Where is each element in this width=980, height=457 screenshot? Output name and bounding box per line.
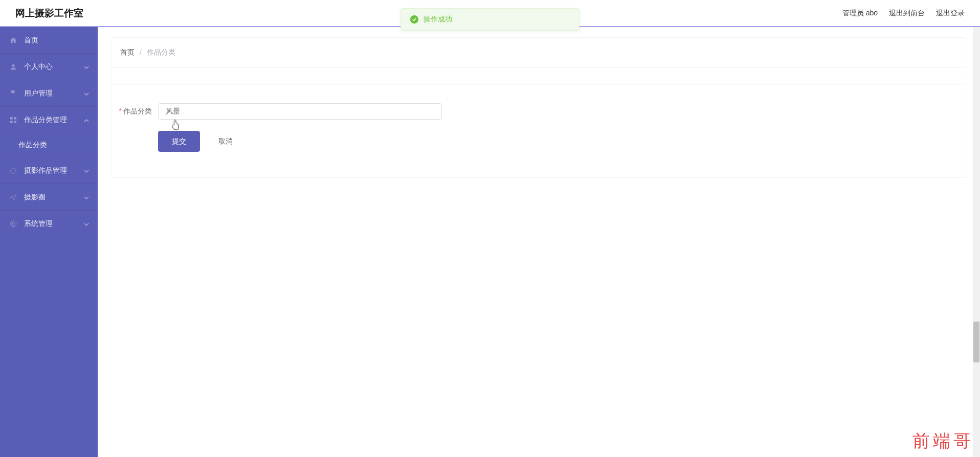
category-label: *作品分类	[118, 107, 158, 116]
chevron-down-icon	[83, 90, 90, 97]
main-content: 首页 / 作品分类 *作品分类 提交 取消	[98, 27, 980, 457]
category-label-text: 作品分类	[123, 107, 152, 115]
sidebar-item-categories[interactable]: 作品分类管理	[0, 107, 98, 133]
grid-icon	[9, 116, 17, 124]
svg-point-0	[12, 64, 14, 66]
chevron-down-icon	[83, 194, 90, 200]
sidebar-item-users[interactable]: 用户管理	[0, 80, 98, 107]
chevron-down-icon	[83, 168, 90, 174]
logout-link[interactable]: 退出登录	[936, 9, 965, 18]
cursor-pointer-icon	[171, 120, 180, 131]
svg-rect-4	[14, 121, 16, 123]
breadcrumb-separator: /	[140, 48, 142, 56]
category-input[interactable]	[158, 103, 442, 120]
check-circle-icon	[410, 15, 418, 24]
sidebar-item-label: 作品分类管理	[24, 116, 67, 125]
logout-front-link[interactable]: 退出到前台	[889, 9, 925, 18]
home-icon	[9, 36, 17, 44]
sidebar: 首页 个人中心 用户管理 作品分类管理	[0, 27, 98, 457]
toast-message: 操作成功	[424, 15, 452, 24]
sidebar-item-works[interactable]: 摄影作品管理	[0, 157, 98, 184]
content-card: 首页 / 作品分类 *作品分类 提交 取消	[112, 37, 966, 178]
form-area: *作品分类 提交 取消	[112, 84, 966, 177]
success-toast: 操作成功	[400, 8, 580, 31]
svg-point-5	[11, 168, 16, 173]
watermark: 前端哥	[912, 429, 974, 453]
sidebar-item-label: 摄影圈	[24, 193, 46, 202]
admin-link[interactable]: 管理员 abo	[842, 9, 878, 18]
breadcrumb-home[interactable]: 首页	[120, 48, 135, 56]
sidebar-item-label: 系统管理	[24, 219, 53, 228]
form-actions: 提交 取消	[118, 131, 960, 152]
crosshair-icon	[9, 167, 17, 175]
person-icon	[9, 63, 17, 71]
form-row-category: *作品分类	[118, 103, 960, 120]
svg-rect-2	[14, 117, 16, 120]
sidebar-item-personal[interactable]: 个人中心	[0, 54, 98, 80]
chevron-down-icon	[83, 64, 90, 70]
sidebar-item-label: 用户管理	[24, 89, 53, 98]
flag-icon	[9, 89, 17, 98]
sidebar-item-label: 首页	[24, 36, 38, 45]
breadcrumb: 首页 / 作品分类	[112, 38, 966, 68]
cancel-button[interactable]: 取消	[218, 137, 233, 146]
chevron-up-icon	[83, 117, 90, 123]
header-right: 管理员 abo 退出到前台 退出登录	[842, 9, 965, 18]
sidebar-subitem-label: 作品分类	[18, 141, 47, 150]
submit-button[interactable]: 提交	[158, 131, 200, 152]
scrollbar-thumb[interactable]	[973, 322, 979, 362]
globe-icon	[9, 220, 17, 228]
sidebar-subitem-category[interactable]: 作品分类	[0, 133, 98, 157]
required-mark: *	[119, 107, 122, 115]
svg-rect-1	[10, 117, 13, 120]
breadcrumb-current: 作品分类	[147, 48, 175, 56]
chevron-down-icon	[83, 221, 90, 227]
send-icon	[9, 193, 17, 201]
svg-rect-3	[10, 121, 13, 123]
sidebar-item-circle[interactable]: 摄影圈	[0, 184, 98, 211]
sidebar-item-system[interactable]: 系统管理	[0, 211, 98, 237]
scrollbar-track[interactable]	[973, 27, 980, 457]
sidebar-item-label: 个人中心	[24, 62, 53, 72]
app-title: 网上摄影工作室	[15, 7, 83, 20]
sidebar-item-label: 摄影作品管理	[24, 166, 67, 175]
sidebar-item-home[interactable]: 首页	[0, 27, 98, 54]
